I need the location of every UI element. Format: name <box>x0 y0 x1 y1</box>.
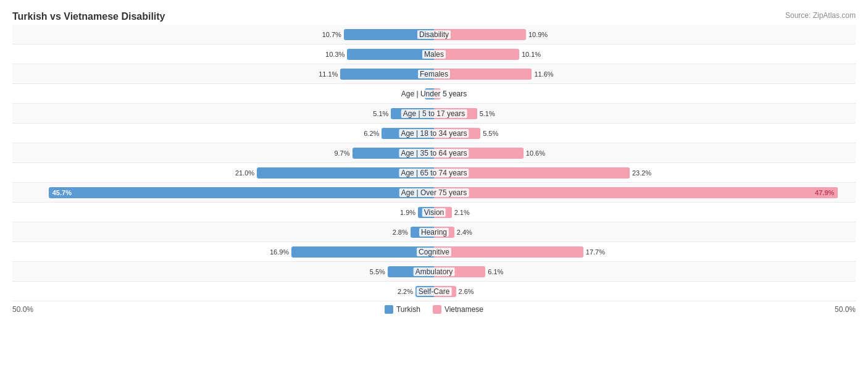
bar-row: 10.7% Disability 10.9% <box>12 25 856 44</box>
right-side: 23.2% <box>434 163 856 182</box>
bar-left <box>347 49 434 60</box>
value-right: 10.6% <box>526 149 545 157</box>
value-right: 11.6% <box>534 70 553 78</box>
label-center: Hearing <box>419 228 449 237</box>
bar-row: 16.9% Cognitive 17.7% <box>12 242 856 262</box>
bar-row: 6.2% Age | 18 to 34 years 5.5% <box>12 124 856 143</box>
value-left: 21.0% <box>235 169 254 177</box>
value-right: 2.6% <box>459 288 474 295</box>
value-left: 9.7% <box>334 149 349 157</box>
bar-inner: 10.7% Disability 10.9% <box>12 25 856 44</box>
label-center: Cognitive <box>417 248 451 256</box>
bar-inner: 5.1% Age | 5 to 17 years 5.1% <box>12 104 856 123</box>
left-side: 2.2% <box>12 282 434 301</box>
value-right: 17.7% <box>586 248 605 256</box>
value-right: 5.1% <box>480 110 495 117</box>
bar-inner: 9.7% Age | 35 to 64 years 10.6% <box>12 143 856 162</box>
value-left: 10.7% <box>322 31 341 38</box>
bar-row: 9.7% Age | 35 to 64 years 10.6% <box>12 143 856 163</box>
value-left: 1.9% <box>400 209 415 216</box>
right-side: 5.5% <box>434 124 856 143</box>
bar-inner: 11.1% Females 11.6% <box>12 64 856 83</box>
label-center: Self-Care <box>417 287 452 296</box>
left-side: 11.1% <box>12 64 434 83</box>
right-side: 47.9% <box>434 183 856 202</box>
bar-row: 45.7% Age | Over 75 years 47.9% <box>12 183 856 203</box>
bar-row: 10.3% Males 10.1% <box>12 44 856 64</box>
value-left: 2.8% <box>393 229 408 236</box>
scale-right: 50.0% <box>835 305 856 314</box>
value-left: 16.9% <box>270 248 289 256</box>
label-center: Females <box>418 70 450 78</box>
left-side: 1.1% <box>12 84 434 103</box>
bar-inner: 2.2% Self-Care 2.6% <box>12 282 856 301</box>
bar-right <box>434 49 519 60</box>
right-side: 5.1% <box>434 104 856 123</box>
right-side: 2.1% <box>434 203 856 222</box>
bar-inner: 21.0% Age | 65 to 74 years 23.2% <box>12 163 856 182</box>
bar-row: 2.2% Self-Care 2.6% <box>12 282 856 301</box>
label-center: Males <box>422 50 446 59</box>
bar-inner: 45.7% Age | Over 75 years 47.9% <box>12 183 856 202</box>
value-right: 10.1% <box>522 51 541 58</box>
label-center: Age | 35 to 64 years <box>399 149 469 158</box>
vietnamese-color-box <box>433 305 441 314</box>
right-side: 10.1% <box>434 44 856 64</box>
value-left-inside: 45.7% <box>52 189 72 196</box>
value-right: 6.1% <box>488 268 503 275</box>
legend-item-vietnamese: Vietnamese <box>433 305 483 314</box>
value-left: 5.5% <box>370 268 385 275</box>
rows-wrapper: 10.7% Disability 10.9% 10.3% Males <box>12 25 856 301</box>
value-left: 5.1% <box>373 110 388 117</box>
label-center: Age | Over 75 years <box>399 188 469 197</box>
right-side: 10.9% <box>434 25 856 44</box>
turkish-color-box <box>385 305 393 314</box>
bar-row: 1.1% Age | Under 5 years 0.81% <box>12 84 856 104</box>
bar-row: 1.9% Vision 2.1% <box>12 203 856 222</box>
value-right-inside: 47.9% <box>815 189 834 196</box>
bar-left <box>291 246 434 258</box>
bar-row: 5.5% Ambulatory 6.1% <box>12 262 856 282</box>
right-side: 17.7% <box>434 242 856 261</box>
bar-right-large: 47.9% <box>434 187 838 198</box>
left-side: 16.9% <box>12 242 434 261</box>
bar-inner: 1.1% Age | Under 5 years 0.81% <box>12 84 856 103</box>
label-center: Age | 65 to 74 years <box>399 169 469 177</box>
value-right: 5.5% <box>483 130 498 137</box>
footer-row: 50.0% Turkish Vietnamese 50.0% <box>12 305 856 314</box>
value-right: 2.1% <box>454 209 470 216</box>
source-text: Source: ZipAtlas.com <box>785 11 856 20</box>
label-center: Vision <box>422 208 446 217</box>
bar-right <box>434 246 583 258</box>
left-side: 10.3% <box>12 44 434 64</box>
bar-inner: 5.5% Ambulatory 6.1% <box>12 262 856 281</box>
right-side: 2.4% <box>434 222 856 242</box>
bar-left-large: 45.7% <box>49 187 434 198</box>
legend-item-turkish: Turkish <box>385 305 420 314</box>
value-right: 10.9% <box>528 31 548 38</box>
label-center: Age | Under 5 years <box>399 90 469 98</box>
left-side: 5.5% <box>12 262 434 281</box>
left-side: 1.9% <box>12 203 434 222</box>
value-left: 11.1% <box>319 70 338 78</box>
bar-inner: 16.9% Cognitive 17.7% <box>12 242 856 261</box>
right-side: 2.6% <box>434 282 856 301</box>
left-side: 9.7% <box>12 143 434 162</box>
bar-row: 5.1% Age | 5 to 17 years 5.1% <box>12 104 856 124</box>
chart-container: Turkish vs Vietnamese Disability Source:… <box>0 0 868 320</box>
left-side: 6.2% <box>12 124 434 143</box>
bar-inner: 10.3% Males 10.1% <box>12 44 856 64</box>
left-side: 2.8% <box>12 222 434 242</box>
label-center: Age | 18 to 34 years <box>399 129 469 138</box>
right-side: 10.6% <box>434 143 856 162</box>
right-side: 0.81% <box>434 84 856 103</box>
right-side: 6.1% <box>434 262 856 281</box>
value-left: 2.2% <box>398 288 413 295</box>
right-side: 11.6% <box>434 64 856 83</box>
left-side: 10.7% <box>12 25 434 44</box>
label-center: Ambulatory <box>414 267 455 276</box>
value-left: 6.2% <box>364 130 379 137</box>
value-right: 23.2% <box>632 169 651 177</box>
label-center: Age | 5 to 17 years <box>401 109 467 118</box>
value-left: 10.3% <box>325 51 344 58</box>
